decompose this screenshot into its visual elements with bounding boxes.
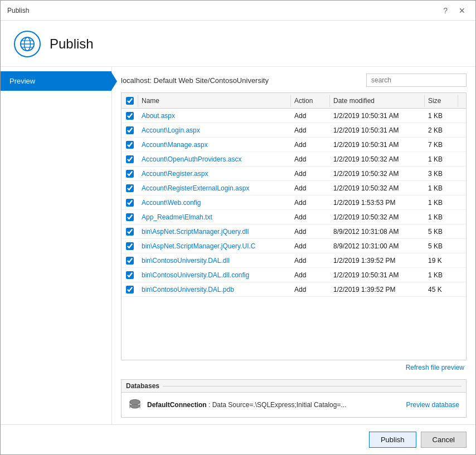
search-input[interactable] xyxy=(366,74,467,87)
file-name-3: Account\OpenAuthProviders.ascx xyxy=(138,154,291,165)
content-area: Preview localhost: Default Web Site/Cont… xyxy=(1,67,475,424)
header-checkbox-cell xyxy=(122,95,138,107)
file-name-1: Account\Login.aspx xyxy=(138,125,291,136)
file-name-0: About.aspx xyxy=(138,110,291,121)
close-button[interactable]: ✕ xyxy=(455,6,469,16)
db-info: DefaultConnection : Data Source=.\SQLExp… xyxy=(147,401,401,409)
file-action-5: Add xyxy=(291,183,330,194)
file-size-10: 19 K xyxy=(425,255,458,266)
publish-button[interactable]: Publish xyxy=(369,432,416,448)
row-checkbox-12[interactable] xyxy=(126,286,134,293)
table-row: Account\Register.aspx Add 1/2/2019 10:50… xyxy=(122,167,466,181)
header-action: Action xyxy=(291,95,330,107)
header-name: Name xyxy=(138,95,291,107)
select-all-checkbox[interactable] xyxy=(126,97,134,105)
row-checkbox-cell-8 xyxy=(122,227,138,237)
row-checkbox-cell-9 xyxy=(122,241,138,251)
table-row: bin\ContosoUniversity.DAL.dll Add 1/2/20… xyxy=(122,253,466,268)
sidebar-item-preview[interactable]: Preview xyxy=(1,71,111,91)
file-size-6: 1 KB xyxy=(425,197,458,208)
page-title: Publish xyxy=(50,36,94,52)
row-checkbox-0[interactable] xyxy=(126,112,134,120)
file-action-2: Add xyxy=(291,139,330,150)
file-name-8: bin\AspNet.ScriptManager.jQuery.dll xyxy=(138,226,291,237)
table-row: Account\Web.config Add 1/2/2019 1:53:53 … xyxy=(122,195,466,210)
row-checkbox-5[interactable] xyxy=(126,184,134,192)
location-text: localhost: Default Web Site/ContosoUnive… xyxy=(121,76,269,85)
file-action-1: Add xyxy=(291,125,330,136)
file-extra-0 xyxy=(458,114,466,118)
file-name-12: bin\ContosoUniversity.DAL.pdb xyxy=(138,284,291,295)
row-checkbox-cell-5 xyxy=(122,183,138,193)
header-scroll xyxy=(458,99,466,103)
row-checkbox-cell-7 xyxy=(122,212,138,222)
file-size-8: 5 KB xyxy=(425,226,458,237)
file-extra-2 xyxy=(458,143,466,146)
sidebar-item-label: Preview xyxy=(9,77,35,85)
preview-database-link[interactable]: Preview database xyxy=(406,401,459,409)
row-checkbox-4[interactable] xyxy=(126,170,134,178)
help-button[interactable]: ? xyxy=(440,6,451,16)
row-checkbox-8[interactable] xyxy=(126,228,134,236)
table-row: bin\ContosoUniversity.DAL.dll.config Add… xyxy=(122,268,466,282)
header: Publish xyxy=(1,21,475,67)
file-action-11: Add xyxy=(291,270,330,281)
file-extra-4 xyxy=(458,172,466,175)
file-name-9: bin\AspNet.ScriptManager.jQuery.UI.C xyxy=(138,241,291,252)
file-extra-8 xyxy=(458,230,466,233)
file-size-5: 1 KB xyxy=(425,183,458,194)
cancel-button[interactable]: Cancel xyxy=(421,432,467,448)
table-row: App_Readme\Elmah.txt Add 1/2/2019 10:50:… xyxy=(122,210,466,224)
refresh-link[interactable]: Refresh file preview xyxy=(406,364,464,371)
row-checkbox-7[interactable] xyxy=(126,213,134,221)
table-row: bin\AspNet.ScriptManager.jQuery.dll Add … xyxy=(122,224,466,239)
file-name-11: bin\ContosoUniversity.DAL.dll.config xyxy=(138,270,291,281)
database-icon xyxy=(128,398,142,412)
file-date-12: 1/2/2019 1:39:52 PM xyxy=(330,284,425,295)
file-name-2: Account\Manage.aspx xyxy=(138,139,291,150)
databases-section: Databases DefaultConnecti xyxy=(121,379,467,418)
header-size: Size xyxy=(425,95,458,107)
file-name-10: bin\ContosoUniversity.DAL.dll xyxy=(138,255,291,266)
table-row: About.aspx Add 1/2/2019 10:50:31 AM 1 KB xyxy=(122,109,466,123)
file-extra-5 xyxy=(458,187,466,190)
file-action-8: Add xyxy=(291,226,330,237)
row-checkbox-1[interactable] xyxy=(126,126,134,134)
title-bar-controls: ? ✕ xyxy=(440,6,469,16)
main-area: localhost: Default Web Site/ContosoUnive… xyxy=(112,67,475,424)
file-date-5: 1/2/2019 10:50:32 AM xyxy=(330,183,425,194)
row-checkbox-9[interactable] xyxy=(126,242,134,250)
file-date-2: 1/2/2019 10:50:31 AM xyxy=(330,139,425,150)
table-header: Name Action Date modified Size xyxy=(122,93,466,109)
file-size-0: 1 KB xyxy=(425,110,458,121)
file-name-4: Account\Register.aspx xyxy=(138,168,291,179)
row-checkbox-3[interactable] xyxy=(126,155,134,163)
row-checkbox-cell-12 xyxy=(122,285,138,295)
file-extra-9 xyxy=(458,244,466,248)
row-checkbox-6[interactable] xyxy=(126,199,134,207)
row-checkbox-cell-10 xyxy=(122,256,138,266)
file-size-2: 7 KB xyxy=(425,139,458,150)
file-action-12: Add xyxy=(291,284,330,295)
file-size-12: 45 K xyxy=(425,284,458,295)
db-name: DefaultConnection xyxy=(147,401,207,409)
top-bar: localhost: Default Web Site/ContosoUnive… xyxy=(121,74,467,87)
file-date-7: 1/2/2019 10:50:32 AM xyxy=(330,212,425,223)
file-date-1: 1/2/2019 10:50:31 AM xyxy=(330,125,425,136)
file-date-11: 1/2/2019 10:50:31 AM xyxy=(330,270,425,281)
row-checkbox-cell-4 xyxy=(122,169,138,179)
file-date-10: 1/2/2019 1:39:52 PM xyxy=(330,255,425,266)
file-size-3: 1 KB xyxy=(425,154,458,165)
row-checkbox-10[interactable] xyxy=(126,257,134,265)
db-description: : Data Source=.\SQLExpress;Initial Catal… xyxy=(208,401,346,409)
row-checkbox-11[interactable] xyxy=(126,271,134,279)
file-name-7: App_Readme\Elmah.txt xyxy=(138,212,291,223)
file-action-6: Add xyxy=(291,197,330,208)
row-checkbox-2[interactable] xyxy=(126,141,134,149)
row-checkbox-cell-11 xyxy=(122,270,138,280)
row-checkbox-cell-2 xyxy=(122,140,138,150)
file-action-3: Add xyxy=(291,154,330,165)
file-size-1: 2 KB xyxy=(425,125,458,136)
file-size-4: 3 KB xyxy=(425,168,458,179)
file-date-3: 1/2/2019 10:50:32 AM xyxy=(330,154,425,165)
